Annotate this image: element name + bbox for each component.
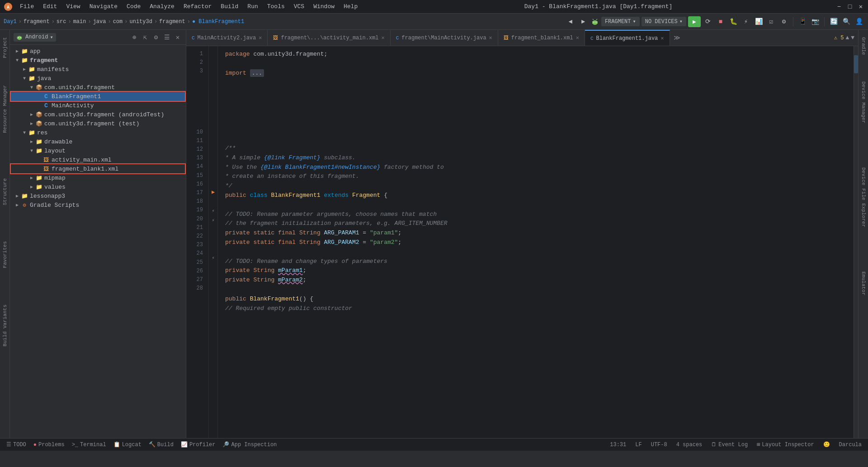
account-button[interactable]: 👤	[854, 16, 864, 27]
sdk-manager-button[interactable]: 📱	[797, 16, 808, 27]
sync-project-button[interactable]: 🔄	[828, 16, 839, 27]
favorites-tab[interactable]: Favorites	[0, 238, 9, 272]
breadcrumb-main[interactable]: main	[73, 19, 86, 25]
expand-warnings-icon[interactable]: ▲	[845, 34, 849, 41]
tree-node-gradle-scripts[interactable]: ▶ ⚙ Gradle Scripts	[10, 200, 186, 210]
emoji-button[interactable]: 🙂	[821, 440, 833, 449]
hide-panel-icon[interactable]: ✕	[173, 33, 182, 42]
menu-help[interactable]: Help	[340, 2, 361, 11]
resource-manager-tab[interactable]: Resource Manager	[0, 81, 9, 137]
indent-button[interactable]: 4 spaces	[674, 441, 705, 449]
event-log-button[interactable]: 🗒 Event Log	[708, 440, 750, 449]
breadcrumb-unity3d[interactable]: unity3d	[129, 19, 152, 25]
terminal-button[interactable]: >_ Terminal	[69, 441, 109, 449]
tab-activity-main-xml-close[interactable]: ✕	[382, 34, 385, 41]
breadcrumb-file[interactable]: ● BlankFragment1	[192, 19, 244, 25]
nav-forward-icon[interactable]: ►	[578, 16, 589, 27]
rerun-button[interactable]: ⟳	[703, 16, 713, 27]
logcat-button[interactable]: 📋 Logcat	[111, 440, 144, 449]
avd-manager-button[interactable]: 📷	[810, 16, 821, 27]
menu-view[interactable]: View	[62, 2, 84, 11]
device-file-explorer-tab[interactable]: Device File Explorer	[859, 164, 868, 231]
todo-button[interactable]: ☰ TODO	[4, 440, 29, 449]
structure-tab[interactable]: Structure	[0, 175, 9, 209]
tree-node-activity-main-xml[interactable]: 🖼 activity_main.xml	[10, 155, 186, 164]
tree-node-java[interactable]: ▼ 📁 java	[10, 74, 186, 83]
tab-mainactivity[interactable]: C fragment\MainActivity.java ✕	[391, 30, 498, 46]
code-content[interactable]: package com.unity3d.fragment; import ...	[218, 46, 854, 438]
tree-node-fragment-blank1-xml[interactable]: 🖼 fragment_blank1.xml	[10, 164, 186, 173]
menu-navigate[interactable]: Navigate	[86, 2, 121, 11]
collapse-all-icon[interactable]: ⇱	[141, 33, 150, 42]
tab-blank-fragment1-close[interactable]: ✕	[660, 35, 664, 42]
tab-mainactivity2[interactable]: C MainActivity2.java ✕	[186, 30, 268, 46]
tab-mainactivity2-close[interactable]: ✕	[259, 34, 262, 41]
tree-node-res[interactable]: ▼ 📁 res	[10, 128, 186, 137]
run-button[interactable]: ▶	[688, 16, 701, 27]
build-button[interactable]: 🔨 Build	[146, 440, 176, 449]
tree-node-values[interactable]: ▶ 📁 values	[10, 182, 186, 191]
menu-window[interactable]: Window	[310, 2, 338, 11]
coverage-button[interactable]: ☑	[766, 16, 777, 27]
breadcrumb-src[interactable]: src	[57, 19, 66, 25]
tree-node-package-android-test[interactable]: ▶ 📦 com.unity3d.fragment (androidTest)	[10, 110, 186, 119]
line-ending-button[interactable]: LF	[632, 441, 644, 449]
settings-icon[interactable]: ☰	[162, 33, 171, 42]
tree-node-mipmap[interactable]: ▶ 📁 mipmap	[10, 173, 186, 182]
tab-overflow-button[interactable]: ≫	[670, 34, 684, 42]
menu-run[interactable]: Run	[244, 2, 261, 11]
device-manager-tab[interactable]: Device Manager	[859, 78, 868, 127]
run-gutter-icon[interactable]: ▶	[209, 187, 217, 197]
gradle-tab[interactable]: Gradle	[859, 33, 868, 59]
devices-dropdown[interactable]: NO DEVICES ▾	[642, 17, 686, 26]
scope-icon[interactable]: ⊕	[130, 33, 139, 42]
breadcrumb-fragment2[interactable]: fragment	[159, 19, 185, 25]
tab-blank-fragment1[interactable]: C BlankFragment1.java ✕	[585, 30, 670, 46]
minimize-button[interactable]: −	[835, 3, 843, 10]
stop-button[interactable]: ■	[715, 16, 726, 27]
tab-activity-main-xml[interactable]: 🖼 fragment\...\activity_main.xml ✕	[268, 30, 390, 46]
tab-mainactivity-close[interactable]: ✕	[489, 34, 492, 41]
search-everywhere-button[interactable]: 🔍	[841, 16, 852, 27]
menu-code[interactable]: Code	[123, 2, 144, 11]
build-variants-tab[interactable]: Build Variants	[0, 301, 9, 350]
tab-fragment-blank1-xml-close[interactable]: ✕	[576, 34, 579, 41]
menu-vcs[interactable]: VCS	[290, 2, 308, 11]
menu-tools[interactable]: Tools	[264, 2, 288, 11]
layout-inspector-button[interactable]: ⊞ Layout Inspector	[754, 440, 816, 449]
show-options-icon[interactable]: ⚙	[151, 33, 160, 42]
menu-edit[interactable]: Edit	[39, 2, 61, 11]
line-col-button[interactable]: 13:31	[607, 441, 629, 449]
tree-node-package-test[interactable]: ▶ 📦 com.unity3d.fragment (test)	[10, 119, 186, 128]
scroll-minimap[interactable]	[854, 46, 858, 438]
attach-debugger-button[interactable]: ⚡	[741, 16, 751, 27]
menu-build[interactable]: Build	[217, 2, 242, 11]
breadcrumb-fragment[interactable]: fragment	[24, 19, 50, 25]
tree-node-package-main[interactable]: ▼ 📦 com.unity3d.fragment	[10, 83, 186, 92]
tree-node-drawable[interactable]: ▶ 📁 drawable	[10, 137, 186, 146]
android-view-dropdown[interactable]: Android ▾	[14, 33, 56, 42]
tree-node-main-activity[interactable]: C MainActivity	[10, 101, 186, 110]
app-inspection-button[interactable]: 🔎 App Inspection	[220, 440, 279, 449]
build-variants-button[interactable]: ⚙	[778, 16, 789, 27]
menu-analyze[interactable]: Analyze	[146, 2, 178, 11]
profile-button[interactable]: 📊	[753, 16, 764, 27]
debug-button[interactable]: 🐛	[728, 16, 739, 27]
maximize-button[interactable]: □	[846, 3, 854, 10]
emulator-tab[interactable]: Emulator	[859, 268, 868, 299]
tree-node-lessonapp3[interactable]: ▶ 📁 lessonapp3	[10, 191, 186, 200]
fragment-dropdown[interactable]: FRAGMENT ▾	[601, 17, 640, 26]
project-tab[interactable]: Project	[0, 33, 9, 62]
menu-file[interactable]: File	[16, 2, 38, 11]
breadcrumb-java[interactable]: java	[93, 19, 106, 25]
encoding-button[interactable]: UTF-8	[648, 441, 670, 449]
menu-refactor[interactable]: Refactor	[180, 2, 215, 11]
tree-node-blank-fragment1[interactable]: C BlankFragment1	[10, 92, 186, 101]
problems-button[interactable]: ● Problems	[31, 441, 67, 449]
collapse-warnings-icon[interactable]: ▼	[851, 34, 854, 41]
close-button[interactable]: ✕	[857, 3, 864, 10]
tab-fragment-blank1-xml[interactable]: 🖼 fragment_blank1.xml ✕	[498, 30, 585, 46]
tree-node-app[interactable]: ▶ 📁 app	[10, 47, 186, 56]
nav-back-icon[interactable]: ◄	[565, 16, 576, 27]
tree-node-layout[interactable]: ▼ 📁 layout	[10, 146, 186, 155]
